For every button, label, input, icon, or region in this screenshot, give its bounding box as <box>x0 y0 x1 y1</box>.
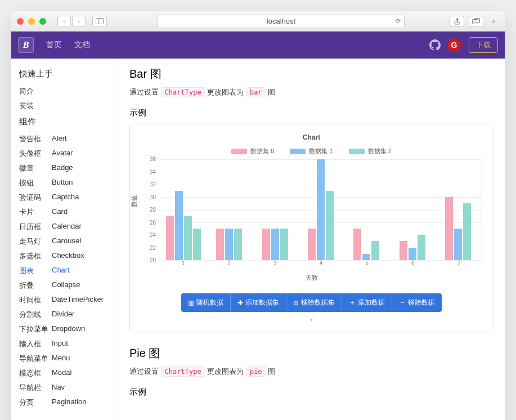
legend-label: 数据集 2 <box>368 148 392 154</box>
bar[interactable] <box>216 229 224 260</box>
legend-item[interactable]: 数据集 1 <box>290 147 333 155</box>
bar[interactable] <box>166 216 174 260</box>
bar[interactable] <box>262 229 270 260</box>
chart-card: Chart 数据集 0数据集 1数据集 2 数值 202224262830323… <box>129 124 493 332</box>
bar[interactable] <box>418 235 425 260</box>
bar[interactable] <box>175 191 183 260</box>
bar[interactable] <box>225 229 233 260</box>
btn-label: 添加数据 <box>358 298 385 307</box>
zoom-window[interactable] <box>39 18 46 25</box>
app-logo[interactable]: B <box>18 37 34 53</box>
gitee-link[interactable]: G <box>447 38 461 52</box>
sidebar-item-en: Alert <box>52 134 67 144</box>
sidebar-item-datetimepicker[interactable]: 时间框DateTimePicker <box>19 293 113 307</box>
bar[interactable] <box>280 229 288 260</box>
sidebar-item-input[interactable]: 输入框Input <box>19 337 113 351</box>
bar[interactable] <box>454 229 462 260</box>
random-data-button[interactable]: ▥随机数据 <box>181 293 231 312</box>
pie-section-desc: 通过设置 ChartType 更改图表为 pie 图 <box>129 367 493 377</box>
x-tick: 2 <box>207 260 253 271</box>
btn-label: 移除数据集 <box>301 298 335 307</box>
sidebar-item-button[interactable]: 按钮Button <box>19 176 113 190</box>
forward-button[interactable]: › <box>72 16 86 27</box>
url-text: localhost <box>267 17 295 25</box>
code-bar: bar <box>246 87 266 97</box>
refresh-icon[interactable]: ⟳ <box>396 17 401 25</box>
sidebar-item-captcha[interactable]: 验证码Captcha <box>19 190 113 205</box>
share-icon <box>454 18 460 25</box>
y-tick: 30 <box>150 194 156 200</box>
bar[interactable] <box>326 191 334 260</box>
sidebar-item-badge[interactable]: 徽章Badge <box>19 161 113 176</box>
x-tick: 3 <box>252 260 298 271</box>
github-link[interactable] <box>428 38 442 52</box>
sidebar-item-pagination[interactable]: 分页Pagination <box>19 395 113 410</box>
sidebar-item-chart[interactable]: 图表Chart <box>19 263 113 278</box>
sidebar-item-menu[interactable]: 导航菜单Menu <box>19 351 113 366</box>
close-window[interactable] <box>17 18 24 25</box>
sidebar-item-modal[interactable]: 模态框Modal <box>19 366 113 381</box>
y-tick: 26 <box>150 219 156 225</box>
main-content[interactable]: Bar 图 通过设置 ChartType 更改图表为 bar 图 示例 Char… <box>118 59 505 420</box>
sidebar-item-divider[interactable]: 分割线Divider <box>19 307 113 322</box>
legend-label: 数据集 1 <box>309 148 333 154</box>
bar[interactable] <box>317 159 325 260</box>
app-header: B 首页 文档 G 下载 <box>11 32 505 59</box>
bar[interactable] <box>409 248 416 260</box>
bar[interactable] <box>362 254 370 260</box>
github-icon <box>429 39 441 51</box>
y-tick: 34 <box>150 168 156 175</box>
bar[interactable] <box>463 203 471 260</box>
sidebar-item-en: Divider <box>52 310 74 320</box>
back-button[interactable]: ‹ <box>57 16 71 27</box>
sidebar-item-card[interactable]: 卡片Card <box>19 205 113 220</box>
sidebar-item-en: Menu <box>52 354 70 364</box>
legend-item[interactable]: 数据集 0 <box>231 147 274 155</box>
new-tab-button[interactable]: ＋ <box>488 16 499 26</box>
sidebar-toggle[interactable] <box>92 16 107 27</box>
sidebar-item-carousel[interactable]: 走马灯Carousel <box>19 234 113 249</box>
remove-data-button[interactable]: －移除数据 <box>392 293 442 312</box>
bar[interactable] <box>184 216 192 260</box>
expand-handle[interactable]: ▾ <box>139 316 484 323</box>
nav-docs[interactable]: 文档 <box>74 40 90 50</box>
sidebar-item-avatar[interactable]: 头像框Avatar <box>19 146 113 161</box>
add-data-button[interactable]: ＋添加数据 <box>342 293 392 312</box>
minimize-window[interactable] <box>28 18 35 25</box>
sidebar-item-cn: 安装 <box>19 101 52 111</box>
bar[interactable] <box>308 229 316 260</box>
share-button[interactable] <box>450 16 464 27</box>
bar[interactable] <box>353 229 361 260</box>
sidebar-item-cn: 走马灯 <box>19 236 52 247</box>
url-bar[interactable]: localhost ⟳ <box>158 15 405 28</box>
sidebar-item-dropdown[interactable]: 下拉菜单Dropdown <box>19 322 113 337</box>
tabs-button[interactable] <box>469 16 483 27</box>
bar[interactable] <box>271 229 279 260</box>
legend-item[interactable]: 数据集 2 <box>349 147 392 155</box>
bar[interactable] <box>371 241 379 260</box>
bar[interactable] <box>193 229 201 260</box>
bar-section-title: Bar 图 <box>129 66 493 82</box>
remove-dataset-button[interactable]: ⊖移除数据集 <box>286 293 342 312</box>
sidebar-item[interactable]: 简介 <box>19 84 113 99</box>
sidebar-item[interactable]: 安装 <box>19 99 113 113</box>
bar[interactable] <box>234 229 242 260</box>
sidebar-item-cn: 按钮 <box>19 178 52 188</box>
bar-example-label: 示例 <box>129 108 493 118</box>
sidebar-item-en: Avatar <box>52 149 73 159</box>
minus-circle-icon: ⊖ <box>293 299 299 307</box>
sidebar-item-calendar[interactable]: 日历框Calendar <box>19 220 113 234</box>
sidebar-icon <box>96 18 104 24</box>
sidebar-item-collapse[interactable]: 折叠Collapse <box>19 278 113 293</box>
download-button[interactable]: 下载 <box>469 37 498 53</box>
sidebar[interactable]: 快速上手 简介安装 组件 警告框Alert头像框Avatar徽章Badge按钮B… <box>11 59 118 420</box>
sidebar-item-checkbox[interactable]: 多选框Checkbox <box>19 249 113 263</box>
sidebar-item-nav[interactable]: 导航栏Nav <box>19 381 113 395</box>
bar-group <box>160 159 206 260</box>
sidebar-item-alert[interactable]: 警告框Alert <box>19 132 113 146</box>
desc-text: 图 <box>268 367 275 376</box>
nav-home[interactable]: 首页 <box>46 40 62 50</box>
bar[interactable] <box>400 241 407 260</box>
bar[interactable] <box>445 197 453 260</box>
add-dataset-button[interactable]: ✚添加数据集 <box>231 293 286 312</box>
